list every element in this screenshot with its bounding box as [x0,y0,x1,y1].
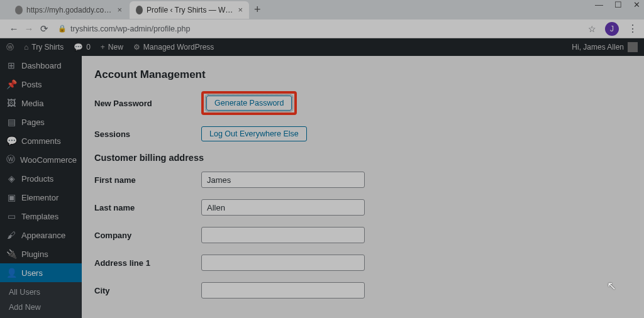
first-name-input[interactable] [201,172,365,188]
window-minimize-icon[interactable]: — [595,0,603,9]
company-label: Company [94,231,201,240]
nav-forward-icon[interactable]: → [21,23,36,34]
user-account-link[interactable]: Hi, James Allen [572,42,638,52]
address1-label: Address line 1 [94,258,201,268]
submenu-add-new[interactable]: Add New [0,300,82,315]
pin-icon: 📌 [6,79,16,89]
sidebar-item-media[interactable]: 🖼Media [0,94,82,112]
sidebar-item-products[interactable]: ◈Products [0,169,82,188]
products-icon: ◈ [6,173,16,184]
address1-input[interactable] [201,255,365,271]
sidebar-item-posts[interactable]: 📌Posts [0,75,82,94]
lock-icon[interactable]: 🔒 [58,25,67,33]
submenu-all-users[interactable]: All Users [0,285,82,300]
browser-menu-icon[interactable]: ⋮ [628,23,638,35]
sidebar-item-comments[interactable]: 💬Comments [0,131,82,150]
sidebar-item-label: Appearance [21,231,65,240]
sidebar-item-label: Pages [21,118,45,127]
browser-tabstrip: https://myh.godaddy.com/#/ho × Profile ‹… [0,0,644,19]
sidebar-item-label: Elementor [21,193,58,202]
sidebar-item-label: Posts [21,80,42,89]
browser-tab[interactable]: https://myh.godaddy.com/#/ho × [9,1,128,19]
greeting-label: Hi, James Allen [572,43,624,52]
media-icon: 🖼 [6,98,16,108]
user-avatar-icon [628,42,638,52]
tab-label: Profile ‹ Try Shirts — WordPress [147,6,233,14]
sidebar-item-label: Templates [21,212,58,221]
sidebar-item-label: Media [21,99,43,108]
sidebar-item-users[interactable]: 👤Users [0,263,82,282]
profile-avatar[interactable]: J [605,22,619,36]
city-input[interactable] [201,282,365,299]
sidebar-item-label: Comments [21,136,61,146]
window-maximize-icon[interactable]: ☐ [614,0,622,9]
comments-icon: 💬 [6,136,16,146]
favicon-icon [136,6,143,14]
logout-everywhere-button[interactable]: Log Out Everywhere Else [201,126,307,141]
pages-icon: ▤ [6,117,16,127]
admin-sidebar: ⊞Dashboard 📌Posts 🖼Media ▤Pages 💬Comment… [0,56,82,318]
tab-label: https://myh.godaddy.com/#/ho [26,6,112,14]
browser-address-bar: ← → ⟳ 🔒 tryshirts.com/wp-admin/profile.p… [0,19,644,38]
wp-logo[interactable]: ⓦ [6,42,14,53]
site-name-label: Try Shirts [31,43,64,52]
sidebar-item-plugins[interactable]: 🔌Plugins [0,244,82,263]
tab-close-icon[interactable]: × [117,5,122,14]
profile-content: Account Management New Password Generate… [82,56,644,318]
managed-wp-link[interactable]: ⚙Managed WordPress [133,43,214,52]
generate-password-button[interactable]: Generate Password [206,96,292,111]
dashboard-icon: ⊞ [6,60,16,70]
comments-count: 0 [86,43,91,52]
wp-admin-bar: ⓦ ⌂Try Shirts 💬0 +New ⚙Managed WordPress… [0,38,644,56]
city-label: City [94,286,201,295]
submenu-your-profile[interactable]: Your Profile [0,315,82,318]
account-management-heading: Account Management [94,69,631,81]
sidebar-item-label: Users [21,268,43,278]
window-close-icon[interactable]: ✕ [633,0,640,9]
favicon-icon [15,6,23,14]
sidebar-submenu: All Users Add New Your Profile [0,282,82,318]
first-name-label: First name [94,175,201,185]
sidebar-item-label: Dashboard [21,61,62,70]
plugins-icon: 🔌 [6,249,16,259]
appearance-icon: 🖌 [6,230,16,240]
sidebar-item-dashboard[interactable]: ⊞Dashboard [0,56,82,75]
new-content-link[interactable]: +New [101,43,123,52]
site-name-link[interactable]: ⌂Try Shirts [24,43,64,52]
new-label: New [108,43,123,52]
sidebar-item-elementor[interactable]: ▣Elementor [0,188,82,207]
last-name-label: Last name [94,203,201,212]
billing-address-heading: Customer billing address [94,153,631,163]
url-text[interactable]: tryshirts.com/wp-admin/profile.php [70,25,588,33]
new-password-label: New Password [94,99,201,108]
tab-close-icon[interactable]: × [238,5,243,14]
sidebar-item-label: Plugins [21,249,48,259]
sidebar-item-appearance[interactable]: 🖌Appearance [0,226,82,244]
templates-icon: ▭ [6,211,16,221]
sidebar-item-templates[interactable]: ▭Templates [0,207,82,226]
managed-label: Managed WordPress [143,43,214,52]
sidebar-item-label: Products [21,174,53,184]
sidebar-item-woocommerce[interactable]: ⓦWooCommerce [0,150,82,169]
sidebar-item-label: WooCommerce [20,155,77,165]
sessions-label: Sessions [94,129,201,139]
highlight-box: Generate Password [201,91,297,115]
nav-reload-icon[interactable]: ⟳ [36,23,52,35]
elementor-icon: ▣ [6,192,16,202]
sidebar-item-pages[interactable]: ▤Pages [0,112,82,131]
browser-tab-active[interactable]: Profile ‹ Try Shirts — WordPress × [130,1,249,19]
woo-icon: ⓦ [6,155,15,165]
bookmark-star-icon[interactable]: ☆ [588,24,596,34]
users-icon: 👤 [6,268,16,278]
nav-back-icon[interactable]: ← [6,23,21,34]
company-input[interactable] [201,227,365,243]
new-tab-button[interactable]: + [254,3,261,16]
last-name-input[interactable] [201,199,365,216]
comments-link[interactable]: 💬0 [74,43,91,52]
